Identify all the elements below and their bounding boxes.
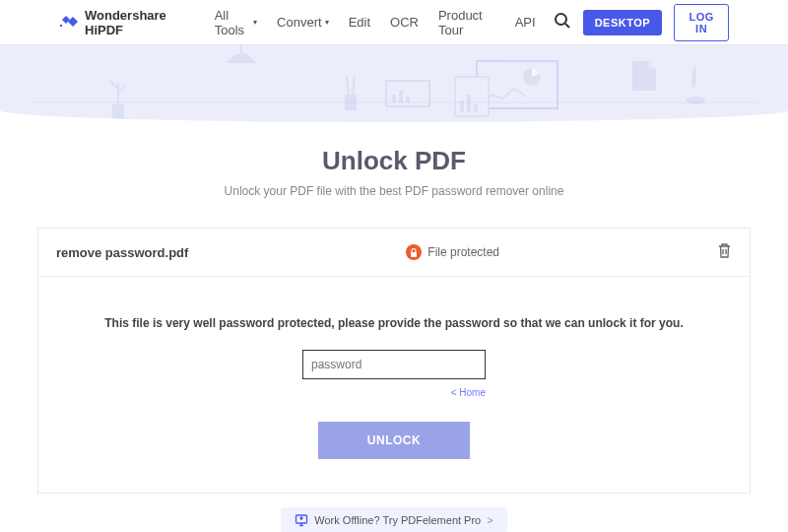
nav-api[interactable]: API xyxy=(515,15,536,30)
page-subtitle: Unlock your PDF file with the best PDF p… xyxy=(0,184,788,198)
svg-rect-3 xyxy=(112,104,124,120)
nav-ocr[interactable]: OCR xyxy=(390,15,419,30)
main-content: Unlock PDF Unlock your PDF file with the… xyxy=(0,122,788,532)
chevron-down-icon: ▾ xyxy=(325,18,329,27)
nav-edit[interactable]: Edit xyxy=(349,15,370,30)
nav-product-tour[interactable]: Product Tour xyxy=(438,8,495,37)
panel-header: remove password.pdf File protected xyxy=(38,229,750,277)
chevron-right-icon: > xyxy=(487,514,492,526)
dashboard-icon xyxy=(453,59,561,118)
nav-all-tools[interactable]: All Tools▾ xyxy=(215,8,257,37)
offline-promo[interactable]: Work Offline? Try PDFelement Pro > xyxy=(281,507,506,532)
logo-icon xyxy=(59,16,79,30)
decorative-banner xyxy=(0,45,788,122)
home-link[interactable]: < Home xyxy=(302,387,486,398)
header: Wondershare HiPDF All Tools▾ Convert▾ Ed… xyxy=(0,0,788,45)
lock-icon xyxy=(406,244,422,260)
document-icon xyxy=(630,59,658,93)
panel-body: This file is very well password protecte… xyxy=(38,277,750,493)
lamp-icon xyxy=(217,45,266,85)
line-icon xyxy=(30,99,758,106)
instruction-text: This file is very well password protecte… xyxy=(78,316,710,330)
svg-line-6 xyxy=(347,77,349,95)
login-button[interactable]: LOG IN xyxy=(674,4,729,41)
main-nav: All Tools▾ Convert▾ Edit OCR Product Tou… xyxy=(215,8,536,37)
svg-point-0 xyxy=(60,24,62,26)
monitor-icon xyxy=(295,513,308,527)
svg-point-1 xyxy=(556,14,566,25)
status-text: File protected xyxy=(427,245,499,259)
file-panel: remove password.pdf File protected This … xyxy=(37,228,751,494)
page-title: Unlock PDF xyxy=(0,146,788,176)
chevron-down-icon: ▾ xyxy=(253,18,257,27)
nav-convert[interactable]: Convert▾ xyxy=(277,15,329,30)
offline-text: Work Offline? Try PDFelement Pro xyxy=(314,514,481,526)
pencils-icon xyxy=(335,73,364,112)
header-actions: DESKTOP LOG IN xyxy=(554,4,729,41)
unlock-button[interactable]: UNLOCK xyxy=(318,422,470,459)
svg-rect-19 xyxy=(411,252,417,257)
delete-button[interactable] xyxy=(717,242,732,262)
search-icon[interactable] xyxy=(554,12,571,33)
filename: remove password.pdf xyxy=(56,245,188,260)
board-icon xyxy=(384,79,431,114)
password-input[interactable] xyxy=(302,350,486,379)
file-status: File protected xyxy=(406,244,499,260)
svg-line-7 xyxy=(353,75,355,95)
logo[interactable]: Wondershare HiPDF xyxy=(59,8,197,37)
svg-line-2 xyxy=(565,24,569,28)
brand-name: Wondershare HiPDF xyxy=(85,8,197,37)
desktop-button[interactable]: DESKTOP xyxy=(583,10,662,35)
